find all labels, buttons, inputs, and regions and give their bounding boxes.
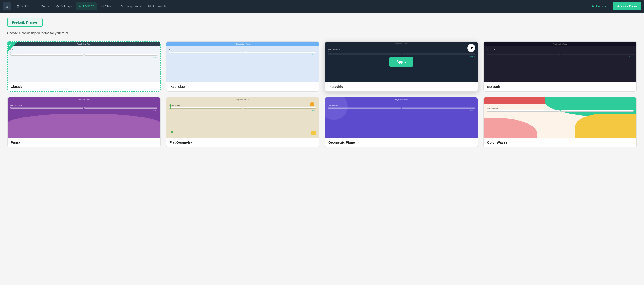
color-waves-last-input — [560, 110, 634, 112]
home-button[interactable]: ⌂ — [3, 2, 11, 10]
geo-plane-form-header: Registration Form — [325, 97, 478, 102]
classic-mini-title: Enter your Name — [10, 49, 158, 51]
color-waves-mini-title: Enter your Name — [486, 107, 634, 109]
builder-icon: ⊞ — [16, 4, 19, 8]
classic-first-name-input — [10, 54, 84, 55]
go-dark-next: Next → — [486, 56, 634, 58]
all-entries-link[interactable]: All Entries — [588, 3, 609, 10]
home-icon: ⌂ — [6, 4, 8, 9]
apply-button[interactable]: Apply — [389, 57, 414, 66]
pale-blue-mini-form: Enter your Name Next → — [166, 46, 319, 58]
color-waves-next: Next → — [486, 112, 634, 114]
theme-card-flat-geometry[interactable]: Registration Form Enter your Name Next →… — [166, 97, 319, 147]
share-icon: ⊲ — [101, 4, 104, 8]
theme-preview-flat-geometry: Registration Form Enter your Name Next → — [166, 97, 319, 138]
color-waves-mini-form: Enter your Name Next → — [484, 105, 636, 116]
theme-card-go-dark[interactable]: Registration Form Enter your Name 2 Next… — [484, 41, 637, 92]
pale-blue-first-input — [169, 51, 242, 53]
prebuilt-themes-button[interactable]: Pre-built Themes — [7, 18, 42, 27]
theme-preview-pistachio: 👁 Apply Registration Form Enter your Nam… — [325, 42, 478, 82]
theme-preview-go-dark: Registration Form Enter your Name 2 Next… — [484, 42, 636, 82]
flat-geo-mini-form: Enter your Name Next → — [166, 102, 319, 114]
nav-label-integrations: Integrations — [125, 4, 141, 8]
page-subtitle: Choose a pre-designed theme for your for… — [7, 31, 637, 35]
eye-overlay-pistachio[interactable]: 👁 — [467, 44, 476, 52]
nav-item-share[interactable]: ⊲ Share — [98, 3, 116, 10]
pansy-next: Next → — [10, 110, 158, 111]
flat-geo-input-row — [169, 107, 316, 109]
nav-item-builder[interactable]: ⊞ Builder — [14, 3, 34, 10]
geo-plane-last-input — [402, 107, 475, 109]
theme-label-pansy: Pansy — [8, 138, 160, 147]
approvals-icon: ☑ — [148, 4, 151, 8]
nav-label-approvals: Approvals — [152, 4, 166, 8]
pale-blue-last-input — [243, 51, 316, 53]
color-waves-input-row — [486, 110, 634, 112]
pistachio-input-row — [328, 53, 475, 55]
color-waves-first-input — [486, 110, 560, 112]
pistachio-first-input — [328, 53, 401, 55]
nav-label-share: Share — [105, 4, 114, 8]
theme-preview-pale-blue: Registration Form Enter your Name Next → — [166, 42, 319, 82]
theme-label-geometric-plane: Geometric Plane — [325, 138, 478, 147]
theme-card-geometric-plane[interactable]: Registration Form Enter your Name Next →… — [325, 97, 478, 147]
pansy-wave — [8, 114, 160, 138]
nav-label-themes: Themes — [82, 4, 94, 8]
theme-label-color-waves: Color Waves — [484, 138, 636, 147]
theme-card-pale-blue[interactable]: Registration Form Enter your Name Next →… — [166, 41, 319, 92]
classic-input-row — [10, 54, 158, 55]
color-waves-wave-left — [484, 118, 537, 138]
nav-item-approvals[interactable]: ☑ Approvals — [145, 3, 170, 10]
theme-card-pansy[interactable]: Registration Form Enter your Name Next →… — [7, 97, 160, 147]
theme-label-go-dark: Go Dark — [484, 82, 636, 91]
go-dark-last-input — [560, 53, 634, 55]
theme-preview-classic: Registration Form Enter your Name 2 Next… — [8, 42, 160, 82]
top-navigation: ⌂ ⊞ Builder ≡ Rules ⚙ Settings ◈ Themes … — [0, 0, 644, 12]
theme-card-classic[interactable]: Registration Form Enter your Name 2 Next… — [7, 41, 160, 92]
flat-geo-dot — [171, 131, 173, 133]
classic-last-name-input — [84, 54, 158, 55]
theme-preview-color-waves: Enter your Name Next → — [484, 97, 636, 138]
pale-blue-mini-title: Enter your Name — [169, 49, 316, 51]
nav-item-integrations[interactable]: ⟳ Integrations — [118, 3, 144, 10]
rules-icon: ≡ — [38, 4, 40, 8]
pansy-input-row — [10, 107, 158, 109]
theme-label-flat-geometry: Flat Geometry — [166, 138, 319, 147]
color-waves-wave-bottom — [576, 114, 636, 138]
nav-item-settings[interactable]: ⚙ Settings — [53, 3, 75, 10]
nav-item-rules[interactable]: ≡ Rules — [34, 3, 52, 10]
integrations-icon: ⟳ — [121, 4, 123, 8]
theme-label-pistachio: Pistachio — [325, 82, 478, 91]
pansy-mini-title: Enter your Name — [10, 104, 158, 106]
flat-geo-flag — [170, 104, 171, 109]
pale-blue-input-row — [169, 51, 316, 53]
classic-next: Next → — [10, 56, 158, 58]
pistachio-last-input — [402, 53, 475, 55]
pistachio-form-header: Registration Form — [325, 42, 478, 46]
theme-label-pale-blue: Pale Blue — [166, 82, 319, 91]
geo-plane-next: Next → — [328, 110, 475, 111]
pale-blue-next: Next → — [169, 54, 316, 55]
flat-geo-form-header: Registration Form — [166, 97, 319, 102]
go-dark-mini-form: Enter your Name 2 Next → — [484, 46, 636, 60]
nav-item-themes[interactable]: ◈ Themes — [76, 2, 97, 10]
geo-plane-first-input — [328, 107, 401, 109]
geo-plane-mini-form: Enter your Name Next → — [325, 102, 478, 114]
theme-label-classic: Classic — [8, 82, 160, 91]
theme-preview-geometric-plane: Registration Form Enter your Name Next → — [325, 97, 478, 138]
theme-card-color-waves[interactable]: Enter your Name Next → Color Waves — [484, 97, 637, 147]
pansy-mini-form: Enter your Name Next → — [8, 102, 160, 114]
theme-card-pistachio[interactable]: 👁 Apply Registration Form Enter your Nam… — [325, 41, 478, 92]
settings-icon: ⚙ — [56, 4, 59, 8]
pansy-last-input — [84, 107, 158, 109]
nav-label-rules: Rules — [41, 4, 49, 8]
page-content: Pre-built Themes Choose a pre-designed t… — [0, 12, 644, 285]
themes-icon: ◈ — [79, 4, 81, 8]
flat-geo-rect — [311, 131, 316, 135]
flat-geo-circle — [310, 102, 314, 106]
flat-geo-next: Next → — [169, 110, 316, 111]
eye-icon: 👁 — [470, 46, 473, 50]
pistachio-mini-title: Enter your Name — [328, 49, 475, 50]
access-form-button[interactable]: Access Form — [612, 2, 641, 10]
pale-blue-form-header: Registration Form — [166, 42, 319, 46]
